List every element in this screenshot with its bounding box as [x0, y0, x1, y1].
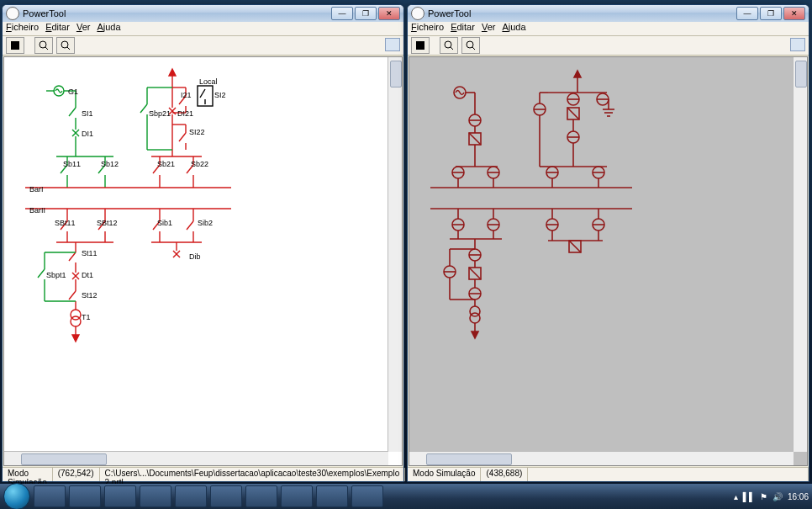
dock-button[interactable]: [385, 38, 400, 51]
magnifier-icon: [39, 40, 49, 50]
menu-ficheiro[interactable]: FFicheiroicheiro: [6, 22, 39, 35]
status-coords: (762,542): [53, 468, 100, 481]
svg-line-205: [569, 241, 581, 252]
system-tray[interactable]: ▴ ▌▌ ⚑ 🔊 16:06: [734, 492, 809, 501]
desktop: PowerTool — ❐ ✕ FFicheiroicheiro Editar …: [0, 0, 812, 509]
tray-chevron-icon[interactable]: ▴: [734, 492, 738, 501]
maximize-button[interactable]: ❐: [355, 7, 377, 20]
menu-ver[interactable]: Ver: [76, 22, 91, 35]
window-right-title: PowerTool: [428, 8, 471, 19]
svg-line-44: [38, 269, 45, 278]
status-path: C:\Users\...\Documents\Feup\dissertacao\…: [100, 468, 406, 481]
app-icon: [6, 7, 19, 20]
menubar-right: Ficheiro Editar Ver Ajuda: [408, 22, 809, 36]
svg-line-146: [567, 108, 579, 119]
maximize-button[interactable]: ❐: [760, 7, 782, 20]
taskbar: ▴ ▌▌ ⚑ 🔊 16:06: [0, 484, 812, 509]
diagram-canvas-left[interactable]: G1 SI1 DI1 Sb11 Sb12 BarI BarII SBt11 SB…: [3, 56, 403, 466]
svg-rect-0: [11, 41, 19, 50]
svg-text:Dib: Dib: [189, 252, 201, 261]
zoom-out-button[interactable]: [56, 37, 75, 54]
status-mode: Modo Simulação: [408, 468, 481, 481]
tray-flag-icon[interactable]: ⚑: [760, 492, 767, 501]
svg-text:T1: T1: [82, 313, 91, 321]
svg-marker-134: [574, 71, 581, 77]
window-right-titlebar[interactable]: PowerTool — ❐ ✕: [408, 5, 809, 22]
window-left-titlebar[interactable]: PowerTool — ❐ ✕: [3, 5, 403, 22]
zoom-in-button[interactable]: [440, 37, 458, 54]
svg-text:Dt1: Dt1: [82, 271, 93, 279]
svg-text:Sb22: Sb22: [191, 160, 208, 168]
svg-marker-47: [169, 69, 176, 76]
svg-text:SI22: SI22: [189, 128, 205, 136]
start-button[interactable]: [3, 483, 30, 509]
zoom-in-button[interactable]: [34, 37, 53, 54]
task-item[interactable]: [34, 485, 66, 507]
close-button[interactable]: ✕: [783, 7, 805, 20]
svg-text:Sib1: Sib1: [157, 219, 172, 227]
tray-volume-icon[interactable]: 🔊: [772, 492, 783, 501]
magnifier-icon: [466, 40, 476, 50]
tray-clock[interactable]: 16:06: [788, 492, 809, 501]
svg-text:Sbp21: Sbp21: [149, 109, 171, 118]
svg-line-4: [67, 47, 70, 50]
svg-text:Sib2: Sib2: [198, 219, 213, 227]
dock-button[interactable]: [790, 38, 805, 51]
menu-ficheiro[interactable]: Ficheiro: [411, 22, 444, 35]
task-item[interactable]: [175, 485, 207, 507]
schematic-left: G1 SI1 DI1 Sb11 Sb12 BarI BarII SBt11 SB…: [4, 57, 391, 466]
vertical-scrollbar[interactable]: [388, 57, 402, 452]
svg-text:DI1: DI1: [82, 130, 93, 138]
svg-marker-41: [72, 335, 79, 342]
minimize-button[interactable]: —: [331, 7, 353, 20]
zoom-out-button[interactable]: [461, 37, 480, 54]
toolbar-left: [3, 36, 403, 56]
magnifier-icon: [444, 40, 454, 50]
task-item[interactable]: [281, 485, 313, 507]
task-item[interactable]: [245, 485, 277, 507]
menubar-left: FFicheiroicheiro Editar Ver Ajuda: [3, 22, 403, 36]
tray-network-icon[interactable]: ▌▌: [743, 492, 755, 501]
status-coords: (438,688): [481, 468, 528, 481]
task-item[interactable]: [316, 485, 348, 507]
svg-line-86: [200, 89, 205, 98]
svg-text:BarII: BarII: [29, 206, 45, 215]
horizontal-scrollbar[interactable]: [4, 451, 388, 465]
statusbar-right: Modo Simulação (438,688): [408, 467, 809, 481]
svg-line-31: [69, 252, 76, 261]
vertical-scrollbar[interactable]: [793, 57, 807, 452]
horizontal-scrollbar[interactable]: [409, 451, 794, 465]
menu-ver[interactable]: Ver: [482, 22, 496, 35]
svg-line-82: [140, 104, 147, 113]
menu-ajuda[interactable]: Ajuda: [502, 22, 525, 35]
minimize-button[interactable]: —: [736, 7, 758, 20]
svg-marker-188: [472, 331, 478, 338]
close-button[interactable]: ✕: [378, 7, 400, 20]
svg-text:G1: G1: [68, 87, 78, 96]
magnifier-icon: [61, 40, 71, 50]
svg-text:BarI: BarI: [29, 185, 44, 194]
svg-text:SBt11: SBt11: [55, 219, 76, 227]
statusbar-left: Modo Simulação (762,542) C:\Users\...\Do…: [3, 467, 403, 481]
svg-point-1: [40, 41, 46, 48]
menu-editar[interactable]: Editar: [451, 22, 475, 35]
svg-line-74: [187, 221, 193, 230]
stop-button[interactable]: [6, 37, 24, 54]
schematic-right: [409, 57, 796, 466]
svg-line-2: [45, 47, 48, 50]
svg-text:Sbpt1: Sbpt1: [46, 271, 66, 279]
svg-line-60: [179, 133, 186, 141]
svg-line-36: [69, 291, 76, 300]
task-item[interactable]: [351, 485, 383, 507]
task-item[interactable]: [140, 485, 171, 507]
stop-button[interactable]: [411, 37, 430, 54]
task-item[interactable]: [69, 485, 101, 507]
svg-point-39: [71, 316, 81, 326]
task-item[interactable]: [104, 485, 136, 507]
task-item[interactable]: [210, 485, 242, 507]
diagram-canvas-right[interactable]: [409, 56, 808, 466]
menu-editar[interactable]: Editar: [45, 22, 70, 35]
svg-line-115: [451, 47, 453, 50]
svg-text:DI21: DI21: [177, 109, 193, 118]
menu-ajuda[interactable]: Ajuda: [97, 22, 120, 35]
